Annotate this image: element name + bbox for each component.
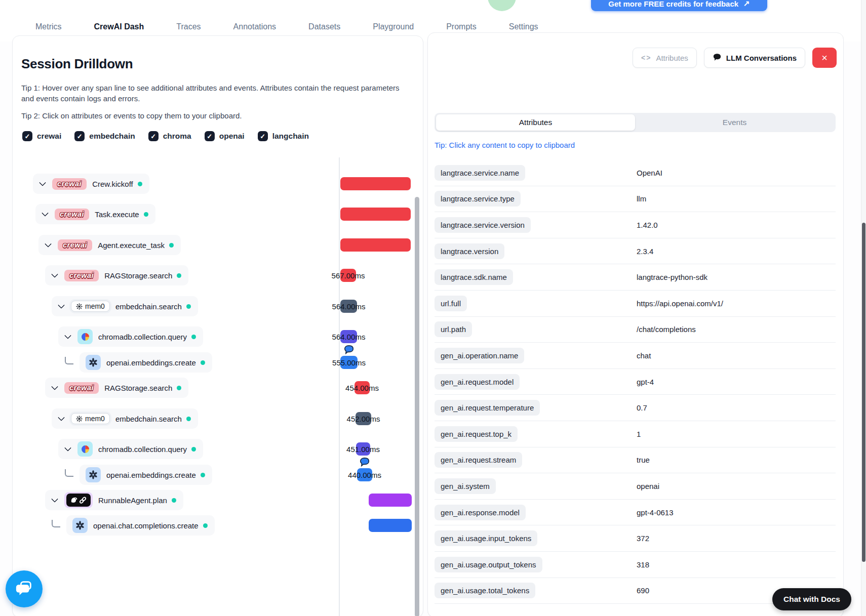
attribute-key[interactable]: gen_ai.operation.name [435,348,524,363]
span-row[interactable]: chromadb.collection.query [58,439,203,459]
attribute-value[interactable]: 1.42.0 [637,221,658,229]
attribute-key[interactable]: gen_ai.request.top_k [435,426,518,442]
attribute-row[interactable]: gen_ai.usage.output_tokens318 [435,552,836,578]
attribute-key[interactable]: langtrace.service.version [435,217,531,233]
llm-conversation-bubble-icon[interactable] [359,457,371,468]
attribute-row[interactable]: langtrace.service.nameOpenAI [435,160,836,186]
span-pill[interactable]: crewaiRAGStorage.search [45,378,188,398]
span-row[interactable]: crewaiTask.execute [35,204,155,224]
attribute-row[interactable]: gen_ai.systemopenai [435,473,836,500]
span-row[interactable]: chromadb.collection.query [58,326,203,347]
panel-scrollbar[interactable] [415,197,419,616]
attribute-key[interactable]: url.path [435,321,472,337]
attribute-row[interactable]: gen_ai.request.top_k1 [435,421,836,447]
span-pill[interactable]: mem0embedchain.search [52,408,198,429]
span-row[interactable]: crewaiRAGStorage.search [45,265,188,285]
attribute-row[interactable]: url.path/chat/completions [435,317,836,343]
attribute-row[interactable]: gen_ai.usage.input_tokens372 [435,525,836,552]
timeline-bar[interactable] [369,519,412,532]
llm-conversations-button[interactable]: LLM Conversations [704,48,805,68]
attribute-key[interactable]: gen_ai.system [435,478,496,494]
attribute-key[interactable]: langtrace.version [435,243,504,259]
attribute-key[interactable]: gen_ai.request.model [435,374,520,390]
attribute-row[interactable]: langtrace.service.typellm [435,186,836,213]
attribute-row[interactable]: url.fullhttps://api.openai.com/v1/ [435,291,836,317]
window-scrollbar-thumb[interactable] [862,223,865,562]
span-pill[interactable]: RunnableAgent.plan [45,490,183,510]
attribute-key[interactable]: langtrace.service.type [435,191,521,207]
attribute-value[interactable]: true [637,456,650,464]
chevron-down-icon[interactable] [58,414,65,421]
span-pill[interactable]: openai.embeddings.create [80,465,212,485]
attribute-value[interactable]: 372 [637,534,649,543]
attribute-key[interactable]: gen_ai.request.temperature [435,400,540,416]
attribute-key[interactable]: gen_ai.response.model [435,505,526,520]
span-pill[interactable]: mem0embedchain.search [52,296,198,316]
span-row[interactable]: openai.chat.completions.create [52,515,215,536]
attribute-row[interactable]: gen_ai.request.temperature0.7 [435,395,836,421]
span-pill[interactable]: chromadb.collection.query [58,326,203,347]
chevron-down-icon[interactable] [51,271,58,278]
span-pill[interactable]: crewaiAgent.execute_task [38,235,181,255]
timeline-bar[interactable] [340,177,411,190]
llm-conversation-bubble-icon[interactable] [343,344,355,355]
attribute-value[interactable]: chat [637,351,651,360]
attribute-value[interactable]: langtrace-python-sdk [637,273,707,281]
attribute-key[interactable]: gen_ai.usage.total_tokens [435,583,535,598]
chevron-down-icon[interactable] [45,240,52,248]
attribute-row[interactable]: langtrace.sdk.namelangtrace-python-sdk [435,264,836,291]
attribute-value[interactable]: 2.3.4 [637,247,653,256]
attribute-row[interactable]: gen_ai.response.modelgpt-4-0613 [435,500,836,526]
attribute-value[interactable]: 0.7 [637,403,647,412]
span-pill[interactable]: openai.embeddings.create [80,352,212,373]
attribute-row[interactable]: gen_ai.operation.namechat [435,343,836,369]
chevron-down-icon[interactable] [64,444,71,451]
span-pill[interactable]: crewaiCrew.kickoff [33,174,149,194]
attributes-button[interactable]: <> Attributes [633,48,697,68]
credits-button[interactable]: Get more FREE credits for feedback ↗ [591,0,767,11]
attribute-row[interactable]: gen_ai.request.modelgpt-4 [435,369,836,395]
attribute-value[interactable]: /chat/completions [637,325,696,334]
chevron-down-icon[interactable] [51,496,58,503]
attribute-value[interactable]: 690 [637,586,649,595]
chevron-down-icon[interactable] [39,179,46,186]
chat-with-docs-button[interactable]: Chat with Docs [772,588,851,610]
attribute-value[interactable]: llm [637,194,646,203]
attribute-key[interactable]: gen_ai.usage.input_tokens [435,530,537,546]
attribute-key[interactable]: url.full [435,296,467,311]
window-scrollbar[interactable] [861,0,866,616]
attribute-key[interactable]: langtrace.service.name [435,165,525,181]
timeline-bar[interactable] [340,208,411,221]
span-pill[interactable]: crewaiRAGStorage.search [45,265,188,285]
attribute-value[interactable]: openai [637,482,659,490]
attribute-row[interactable]: langtrace.version2.3.4 [435,238,836,265]
span-pill[interactable]: chromadb.collection.query [58,439,203,459]
chat-widget-button[interactable] [6,570,43,607]
span-row[interactable]: RunnableAgent.plan [45,490,183,510]
span-row[interactable]: crewaiAgent.execute_task [38,235,181,255]
copy-tip-link[interactable]: Tip: Click any content to copy to clipbo… [435,141,575,149]
span-pill[interactable]: crewaiTask.execute [35,204,155,224]
chevron-down-icon[interactable] [51,383,58,390]
span-row[interactable]: openai.embeddings.create [65,465,212,485]
span-row[interactable]: openai.embeddings.create [65,352,212,373]
chevron-down-icon[interactable] [64,332,71,339]
avatar[interactable] [488,0,516,11]
attribute-key[interactable]: langtrace.sdk.name [435,269,513,285]
attribute-value[interactable]: OpenAI [637,169,662,177]
tab-events[interactable]: Events [635,114,834,131]
chevron-down-icon[interactable] [42,210,49,217]
attribute-value[interactable]: https://api.openai.com/v1/ [637,299,723,308]
attribute-key[interactable]: gen_ai.usage.output_tokens [435,557,542,572]
attribute-value[interactable]: gpt-4 [637,378,654,386]
attribute-row[interactable]: gen_ai.request.streamtrue [435,447,836,474]
chevron-down-icon[interactable] [58,302,65,309]
span-row[interactable]: mem0embedchain.search [52,408,198,429]
attribute-value[interactable]: 1 [637,430,641,438]
span-row[interactable]: crewaiCrew.kickoff [33,174,149,194]
attribute-row[interactable]: langtrace.service.version1.42.0 [435,212,836,238]
span-pill[interactable]: openai.chat.completions.create [66,515,215,536]
timeline-bar[interactable] [340,238,411,252]
tab-attributes[interactable]: Attributes [436,114,635,131]
close-button[interactable]: × [812,48,837,68]
